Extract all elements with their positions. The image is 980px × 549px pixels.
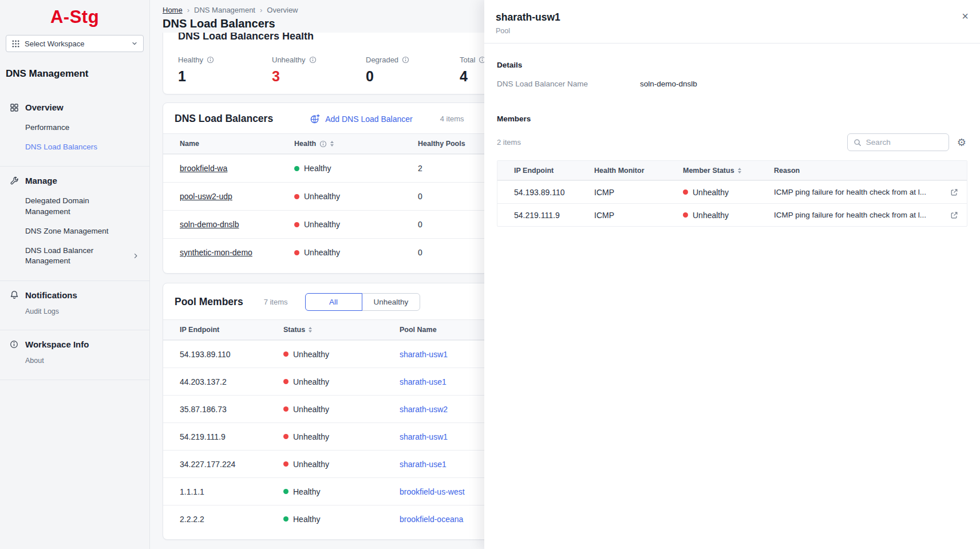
status-dot [283, 516, 289, 522]
sort-icon[interactable] [309, 327, 312, 333]
external-link-icon[interactable] [942, 181, 967, 203]
column-header-status[interactable]: Status [283, 326, 400, 334]
breadcrumb-separator-icon: › [187, 6, 189, 14]
stat-label: Degraded [366, 56, 398, 64]
status-label: Unhealthy [293, 350, 329, 359]
sidebar-nav: Overview Performance DNS Load Balancers … [0, 93, 149, 380]
search-box [847, 133, 949, 151]
items-count: 4 items [440, 114, 464, 123]
reason-text: ICMP ping failure for health check from … [774, 211, 942, 219]
column-header-ip-endpoint: IP Endpoint [514, 167, 594, 175]
sidebar-item-performance[interactable]: Performance [0, 118, 149, 137]
health-label: Unhealthy [304, 248, 340, 257]
detail-value: soln-demo-dnslb [640, 80, 697, 88]
status-label: Healthy [293, 487, 320, 496]
close-icon[interactable]: × [962, 10, 969, 22]
grid-icon [9, 102, 19, 112]
sidebar-item-audit-logs[interactable]: Audit Logs [0, 306, 149, 321]
pool-detail-drawer: sharath-usw1 Pool × Details DNS Load Bal… [484, 0, 980, 549]
tab-all[interactable]: All [305, 293, 362, 311]
status-dot [283, 351, 289, 357]
add-dns-load-balancer-button[interactable]: Add DNS Load Balancer [310, 113, 413, 124]
nav-label: DNS Load Balancers [25, 142, 97, 152]
column-header-reason: Reason [774, 167, 942, 175]
info-icon [402, 56, 409, 64]
sidebar-item-notifications[interactable]: Notifications [0, 285, 149, 306]
workspace-selector[interactable]: Select Workspace [6, 35, 144, 52]
workspace-selector-label: Select Workspace [25, 40, 85, 48]
stat-label: Healthy [178, 56, 203, 64]
health-dot [294, 166, 299, 171]
nav-label: About [25, 356, 44, 366]
stat-value: 0 [366, 68, 460, 85]
stat-value: 1 [178, 68, 272, 85]
status-cell: Unhealthy [283, 432, 400, 441]
status-cell: Healthy [283, 515, 400, 524]
globe-add-icon [310, 113, 321, 124]
chevron-right-icon [132, 252, 139, 259]
breadcrumb-dns-management[interactable]: DNS Management [194, 6, 255, 14]
reason-text: ICMP ping failure for health check from … [774, 188, 942, 196]
gear-icon[interactable]: ⚙ [957, 137, 966, 148]
health-label: Unhealthy [304, 192, 340, 201]
items-count: 2 items [497, 138, 521, 147]
sidebar-item-dns-load-balancer-management[interactable]: DNS Load Balancer Management [0, 241, 149, 271]
card-title: Pool Members [175, 296, 243, 308]
sidebar-item-manage[interactable]: Manage [0, 170, 149, 191]
breadcrumb-overview: Overview [267, 6, 298, 14]
member-status-cell: Unhealthy [683, 211, 774, 220]
status-label: Unhealthy [293, 405, 329, 414]
add-button-label: Add DNS Load Balancer [325, 114, 413, 124]
table-header-row: IP Endpoint Health Monitor Member Status… [497, 161, 967, 180]
members-table: IP Endpoint Health Monitor Member Status… [497, 160, 967, 227]
lb-name-link[interactable]: brookfield-wa [180, 164, 294, 173]
info-icon [309, 56, 317, 64]
column-header-member-status[interactable]: Member Status [683, 167, 774, 175]
lb-name-link[interactable]: synthetic-mon-demo [180, 248, 294, 257]
nav-label: Manage [25, 176, 57, 185]
sort-icon[interactable] [330, 141, 334, 147]
sidebar: A-Stg Select Workspace DNS Management Ov… [0, 0, 150, 549]
status-dot [683, 212, 688, 218]
sidebar-item-delegated-domain-management[interactable]: Delegated Domain Management [0, 191, 149, 221]
items-count: 7 items [264, 298, 288, 306]
sort-icon[interactable] [738, 168, 741, 173]
lb-name-link[interactable]: soln-demo-dnslb [180, 220, 294, 229]
info-icon [319, 140, 327, 148]
stat-healthy: Healthy 1 [178, 56, 272, 85]
health-cell: Unhealthy [294, 248, 418, 257]
breadcrumb-separator-icon: › [260, 6, 262, 14]
status-cell: Unhealthy [283, 405, 400, 414]
column-header-health[interactable]: Health [294, 140, 418, 148]
status-cell: Healthy [283, 487, 400, 496]
status-label: Healthy [293, 515, 320, 524]
wrench-icon [9, 176, 19, 185]
table-row: 54.193.89.110 ICMP Unhealthy ICMP ping f… [497, 180, 967, 203]
sidebar-item-dns-load-balancers[interactable]: DNS Load Balancers [0, 137, 149, 157]
drawer-subtitle: Pool [496, 27, 969, 35]
external-link-icon[interactable] [942, 204, 967, 226]
tab-unhealthy[interactable]: Unhealthy [362, 293, 421, 311]
ip-endpoint: 2.2.2.2 [180, 515, 283, 524]
stat-label: Unhealthy [272, 56, 306, 64]
nav-group-manage: Manage Delegated Domain Management DNS Z… [0, 166, 149, 280]
nav-label: Performance [25, 123, 69, 133]
stat-value: 3 [272, 68, 366, 85]
nav-label: Workspace Info [25, 339, 89, 349]
nav-label: Delegated Domain Management [25, 196, 117, 216]
health-cell: Healthy [294, 164, 418, 173]
health-label: Unhealthy [304, 220, 340, 229]
detail-label: DNS Load Balancer Name [497, 80, 640, 88]
status-dot [283, 434, 289, 439]
sidebar-item-about[interactable]: About [0, 355, 149, 370]
lb-name-link[interactable]: pool-usw2-udp [180, 192, 294, 201]
breadcrumb-home[interactable]: Home [163, 6, 183, 14]
status-filter-tabs: All Unhealthy [305, 293, 421, 311]
sidebar-item-overview[interactable]: Overview [0, 97, 149, 118]
table-row: 54.219.111.9 ICMP Unhealthy ICMP ping fa… [497, 203, 967, 226]
search-input[interactable] [866, 138, 943, 147]
nav-group-workspace-info: Workspace Info About [0, 330, 149, 380]
sidebar-item-workspace-info[interactable]: Workspace Info [0, 334, 149, 355]
ip-endpoint: 54.219.111.9 [180, 432, 283, 441]
sidebar-item-dns-zone-management[interactable]: DNS Zone Management [0, 222, 149, 241]
